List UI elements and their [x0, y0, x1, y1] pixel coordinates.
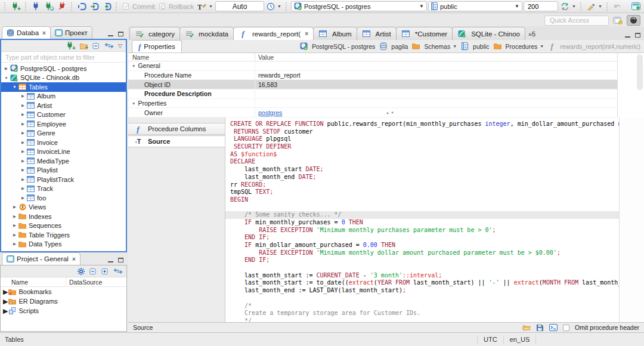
- tab-project-general[interactable]: Project - General ×: [2, 252, 80, 265]
- close-icon[interactable]: ×: [72, 256, 76, 262]
- expand-arrow-icon[interactable]: ▶: [3, 307, 8, 315]
- expand-arrow-icon[interactable]: ▶: [11, 233, 18, 237]
- breadcrumb-item-postgresql-postgres[interactable]: PostgreSQL - postgres: [299, 42, 375, 50]
- column-name[interactable]: Name: [128, 53, 255, 61]
- tree-item-data-types[interactable]: ▶Data Types: [1, 240, 126, 249]
- refresh-button[interactable]: ▼: [559, 1, 577, 12]
- expand-arrow-icon[interactable]: ▶: [20, 159, 26, 163]
- tree-item-sqlite-chinook-db[interactable]: ▼SQLite - Chinook.db: [1, 73, 126, 83]
- new-connection-icon[interactable]: +: [66, 41, 76, 50]
- expand-arrow-icon[interactable]: ▶: [20, 168, 26, 172]
- tree-item-indexes[interactable]: ▶Indexes: [1, 212, 126, 221]
- property-row-object-id[interactable]: Object ID16,583: [128, 80, 617, 89]
- project-item-bookmarks[interactable]: ▶Bookmarks: [1, 287, 126, 296]
- side-tab-source[interactable]: ‹TSource: [128, 135, 225, 147]
- object-filter-input[interactable]: [1, 52, 126, 63]
- expand-arrow-icon[interactable]: ▶: [3, 298, 8, 305]
- expand-arrow-icon[interactable]: ▶: [20, 186, 26, 191]
- chevron-down-icon[interactable]: ▼: [453, 44, 457, 48]
- tree-item-track[interactable]: ▶Track: [1, 184, 126, 194]
- recent-sql-editor-button[interactable]: [89, 1, 100, 12]
- tree-item-tables[interactable]: ▼Tables: [1, 82, 126, 92]
- tree-item-album[interactable]: ▶Album: [1, 92, 126, 101]
- expand-arrow-icon[interactable]: ▶: [11, 205, 18, 209]
- locale-indicator[interactable]: en_US: [504, 335, 537, 344]
- disconnect-button[interactable]: [57, 1, 68, 12]
- expand-arrow-icon[interactable]: ▶: [11, 242, 18, 246]
- source-code-viewer[interactable]: CREATE OR REPLACE FUNCTION public.reward…: [225, 118, 619, 322]
- tab-database-navigator[interactable]: Databa ×: [2, 26, 51, 39]
- rollback-button[interactable]: Rollback: [157, 1, 195, 12]
- expand-arrow-icon[interactable]: ▼: [11, 85, 18, 89]
- property-row-properties[interactable]: ▼Properties: [128, 99, 617, 109]
- expand-arrow-icon[interactable]: ▶: [11, 214, 18, 219]
- editor-tab-category[interactable]: category: [129, 27, 180, 40]
- new-sql-editor-button[interactable]: [101, 1, 113, 12]
- tree-item-views[interactable]: ▶Views: [1, 203, 126, 212]
- new-window-button[interactable]: [630, 1, 642, 12]
- tree-item-playlisttrack[interactable]: ▶PlaylistTrack: [1, 175, 126, 184]
- quick-access-input[interactable]: [544, 16, 609, 26]
- active-schema-select[interactable]: public ▼: [428, 1, 522, 11]
- fetch-size-input[interactable]: [524, 1, 558, 11]
- expand-arrow-icon[interactable]: ▶: [20, 112, 26, 117]
- property-row-procedure-description[interactable]: Procedure Description: [128, 89, 617, 99]
- timezone-indicator[interactable]: UTC: [477, 335, 504, 344]
- expand-arrow-icon[interactable]: ▼: [3, 76, 10, 80]
- editor-tab-customer[interactable]: *Customer: [396, 27, 453, 40]
- property-row-owner[interactable]: Ownerpostgres: [128, 108, 617, 118]
- property-row-procedure-name[interactable]: Procedure Namerewards_report: [128, 71, 617, 81]
- property-value[interactable]: postgres: [255, 108, 282, 117]
- tree-item-postgresql-postgres[interactable]: ▶PostgreSQL - postgres: [1, 64, 126, 73]
- reconnect-button[interactable]: [43, 1, 55, 12]
- open-perspective-icon[interactable]: [613, 16, 623, 24]
- breadcrumb-item-procedures[interactable]: Procedures▼: [493, 42, 544, 50]
- tree-item-invoiceline[interactable]: ▶InvoiceLine: [1, 147, 126, 157]
- column-name[interactable]: Name: [1, 277, 66, 286]
- format-button[interactable]: ▼: [586, 1, 603, 12]
- tree-item-invoice[interactable]: ▶Invoice: [1, 138, 126, 147]
- expand-arrow-icon[interactable]: ▶: [20, 122, 26, 126]
- expand-arrow-icon[interactable]: ▶: [11, 223, 18, 228]
- minimize-icon[interactable]: [625, 33, 630, 38]
- close-icon[interactable]: ×: [42, 30, 46, 36]
- editor-tab-album[interactable]: Album: [313, 27, 357, 40]
- expand-arrow-icon[interactable]: ▶: [20, 149, 26, 154]
- minimize-icon[interactable]: [108, 258, 113, 262]
- tree-item-employee[interactable]: ▶Employee: [1, 119, 126, 129]
- chevron-down-icon[interactable]: ▼: [540, 44, 544, 48]
- undo-button[interactable]: [612, 1, 623, 12]
- expand-all-icon[interactable]: [101, 268, 109, 275]
- tree-item-genre[interactable]: ▶Genre: [1, 129, 126, 138]
- scrollbar-thumb[interactable]: [637, 54, 643, 90]
- transaction-log-button[interactable]: ▼: [265, 1, 283, 12]
- editor-tab-artist[interactable]: Artist: [357, 27, 397, 40]
- tree-item-sequences[interactable]: ▶Sequences: [1, 221, 126, 231]
- tab-projects[interactable]: Проект: [50, 26, 92, 39]
- maximize-icon[interactable]: [118, 258, 123, 262]
- group-arrow-icon[interactable]: ▼: [132, 64, 135, 68]
- new-connection-button[interactable]: +: [10, 1, 22, 12]
- tab-overflow-indicator[interactable]: »5: [525, 30, 537, 40]
- open-in-sql-console-icon[interactable]: [549, 324, 558, 331]
- maximize-icon[interactable]: [635, 33, 640, 38]
- column-datasource[interactable]: DataSource: [66, 279, 102, 286]
- editor-tab-mockdata[interactable]: mockdata: [179, 27, 234, 40]
- active-connection-select[interactable]: PostgreSQL - postgres ▼: [291, 1, 427, 11]
- commit-mode-select[interactable]: Auto: [215, 1, 264, 11]
- expand-arrow-icon[interactable]: ▶: [3, 288, 8, 296]
- tree-item-artist[interactable]: ▶Artist: [1, 101, 126, 110]
- expand-arrow-icon[interactable]: ▶: [20, 103, 26, 108]
- maximize-icon[interactable]: [118, 32, 123, 36]
- project-item-er-diagrams[interactable]: ▶ER Diagrams: [1, 296, 126, 306]
- group-arrow-icon[interactable]: ▼: [132, 101, 135, 106]
- splitter-handle[interactable]: ▲▼: [386, 111, 395, 115]
- expand-arrow-icon[interactable]: ▶: [3, 66, 10, 71]
- breadcrumb-item-pagila[interactable]: pagila: [379, 42, 408, 50]
- link-with-editor-icon[interactable]: [113, 268, 123, 274]
- editor-tab-sqlite-chinoo[interactable]: SQLite - Chinoo: [452, 27, 525, 40]
- expand-arrow-icon[interactable]: ▶: [20, 196, 26, 200]
- minimize-icon[interactable]: [108, 32, 113, 36]
- side-tab-procedure-columns[interactable]: fProcedure Columns: [128, 123, 225, 135]
- transaction-mode-button[interactable]: T▼: [196, 1, 214, 12]
